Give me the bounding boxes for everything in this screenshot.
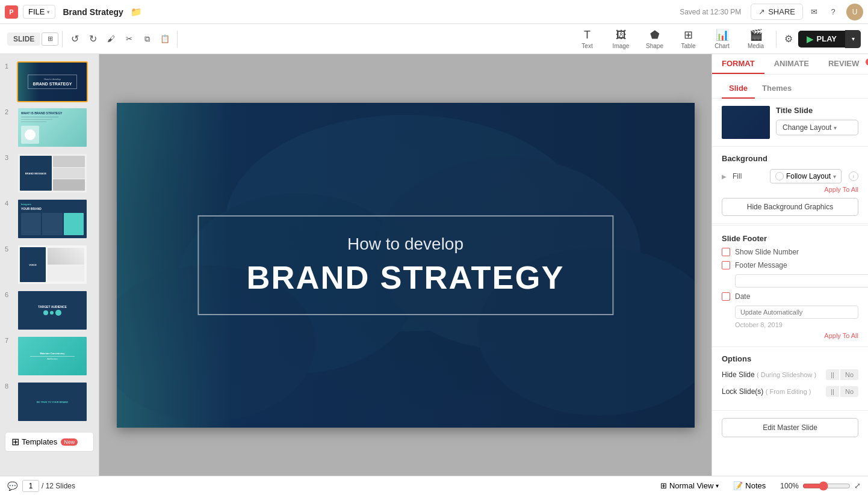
- date-label: Date: [735, 292, 750, 301]
- slide-item-6[interactable]: 6 TARGET AUDIENCE: [0, 287, 99, 333]
- user-avatar[interactable]: U: [846, 4, 863, 20]
- slide-text-box: How to develop BRAND STRATEGY: [197, 215, 613, 315]
- fill-expand-icon[interactable]: ▶: [722, 173, 727, 180]
- layout-thumbnail: [722, 106, 770, 139]
- slide-number-2: 2: [5, 107, 13, 115]
- layout-section: Title Slide Change Layout ▾: [712, 99, 868, 147]
- layout-preview-row: Title Slide Change Layout ▾: [722, 106, 858, 139]
- date-checkbox[interactable]: [722, 292, 730, 301]
- copy-button[interactable]: ⧉: [138, 31, 155, 48]
- image-icon: 🖼: [616, 29, 627, 42]
- slide-item-2[interactable]: 2 WHAT IS BRAND STRATEGY: [0, 105, 99, 150]
- redo-button[interactable]: ↻: [84, 31, 101, 48]
- change-layout-button[interactable]: Change Layout ▾: [776, 120, 858, 135]
- templates-button[interactable]: ⊞ Templates New: [5, 432, 94, 452]
- slide-item-5[interactable]: 5 VOICE: [0, 242, 99, 287]
- cut-button[interactable]: ✂: [120, 31, 137, 48]
- text-icon: T: [584, 29, 591, 42]
- share-icon: ↗: [758, 7, 765, 16]
- footer-message-input[interactable]: [735, 274, 868, 287]
- insert-chart-tool[interactable]: 📊 Chart: [706, 26, 739, 52]
- slide-subtitle: How to develop: [229, 235, 582, 254]
- file-label: FILE: [28, 7, 45, 16]
- format-paint-button[interactable]: 🖌: [102, 31, 119, 48]
- lock-slide-toggle-yes[interactable]: No: [840, 386, 858, 397]
- show-number-checkbox[interactable]: [722, 248, 730, 256]
- fill-select-dropdown[interactable]: Follow Layout ▾: [770, 169, 842, 183]
- review-badge: 2: [866, 58, 868, 66]
- tab-review[interactable]: REVIEW: [819, 54, 868, 74]
- hide-slide-toggle-no[interactable]: ||: [826, 369, 839, 380]
- settings-button[interactable]: ⚙: [780, 31, 797, 48]
- date-auto-input[interactable]: [735, 306, 858, 319]
- slide-number-8: 8: [5, 381, 13, 390]
- hide-slide-row: Hide Slide ( During Slideshow ) || No: [722, 369, 858, 380]
- slide-item-7[interactable]: 7 Maintain Consistency Add Emotion: [0, 333, 99, 379]
- insert-shape-tool[interactable]: ⬟ Shape: [639, 26, 671, 52]
- show-number-label: Show Slide Number: [735, 248, 799, 256]
- templates-label: Templates: [22, 437, 57, 446]
- insert-image-tool[interactable]: 🖼 Image: [605, 26, 637, 52]
- paste-button[interactable]: 📋: [157, 31, 173, 48]
- canvas-area: How to develop BRAND STRATEGY: [99, 54, 711, 476]
- app-logo: P: [5, 5, 18, 19]
- slide-number-5: 5: [5, 244, 13, 253]
- background-section: Background ▶ Fill Follow Layout ▾ i Appl…: [712, 147, 868, 224]
- fill-info-button[interactable]: i: [849, 171, 858, 181]
- lock-slide-toggle-no[interactable]: ||: [826, 386, 839, 397]
- templates-badge: New: [61, 438, 78, 446]
- hide-background-button[interactable]: Hide Background Graphics: [722, 198, 858, 216]
- slide-number-1: 1: [5, 61, 13, 70]
- insert-media-tool[interactable]: 🎬 Media: [740, 26, 772, 52]
- fill-chevron-icon: ▾: [833, 173, 836, 180]
- footer-message-label: Footer Message: [735, 261, 787, 269]
- tab-themes[interactable]: Themes: [755, 79, 799, 99]
- slide-item-1[interactable]: 1 How to develop BRAND STRATEGY: [0, 59, 99, 105]
- shape-icon: ⬟: [650, 28, 660, 42]
- background-apply-all[interactable]: Apply To All: [722, 186, 858, 193]
- slide-thumb-2: WHAT IS BRAND STRATEGY: [17, 107, 88, 148]
- edit-master-slide-button[interactable]: Edit Master Slide: [722, 418, 858, 437]
- tab-animate[interactable]: ANIMATE: [764, 54, 819, 74]
- right-panel: FORMAT ANIMATE REVIEW 2 Slide Themes Tit…: [711, 54, 868, 476]
- footer-apply-all[interactable]: Apply To All: [722, 332, 858, 339]
- fill-label: Fill: [733, 172, 765, 180]
- slide-number-4: 4: [5, 198, 13, 207]
- file-menu-button[interactable]: FILE ▾: [23, 5, 55, 19]
- lock-slide-row: Lock Slide(s) ( From Editing ) || No: [722, 386, 858, 397]
- hide-slide-label: Hide Slide ( During Slideshow ): [722, 370, 826, 379]
- hide-slide-toggle-yes[interactable]: No: [840, 369, 858, 380]
- slide-number-6: 6: [5, 290, 13, 298]
- grid-view-toggle[interactable]: ⊞: [42, 32, 58, 46]
- lock-slide-label: Lock Slide(s) ( From Editing ): [722, 387, 826, 396]
- notifications-button[interactable]: ✉: [805, 4, 822, 20]
- footer-title: Slide Footer: [722, 234, 858, 243]
- lock-slide-toggle: || No: [826, 386, 858, 397]
- undo-button[interactable]: ↺: [66, 31, 83, 48]
- change-layout-chevron: ▾: [834, 125, 837, 131]
- slide-item-3[interactable]: 3 BRAND MESSAGE: [0, 150, 99, 196]
- insert-table-tool[interactable]: ⊞ Table: [672, 26, 705, 52]
- slide-tab-button[interactable]: SLIDE: [7, 32, 40, 46]
- share-button[interactable]: ↗ SHARE: [751, 4, 803, 20]
- play-area: ▶ PLAY ▾: [798, 30, 861, 48]
- date-row: Date: [722, 292, 858, 301]
- slide-item-8[interactable]: 8 BE TRUE TO YOUR BRAND: [0, 379, 99, 425]
- slide-thumb-6: TARGET AUDIENCE: [17, 290, 88, 331]
- tab-review-wrapper: REVIEW 2: [819, 54, 868, 74]
- tab-format[interactable]: FORMAT: [712, 54, 764, 74]
- footer-message-checkbox[interactable]: [722, 261, 730, 269]
- tab-slide[interactable]: Slide: [722, 79, 755, 99]
- play-chevron-button[interactable]: ▾: [845, 30, 861, 48]
- templates-icon: ⊞: [11, 436, 19, 447]
- chart-icon: 📊: [716, 28, 729, 42]
- insert-text-tool[interactable]: T Text: [571, 26, 604, 52]
- slide-number-7: 7: [5, 336, 13, 344]
- slide-panel: 1 How to develop BRAND STRATEGY 2 WHAT I…: [0, 54, 99, 476]
- help-button[interactable]: ?: [825, 4, 842, 20]
- file-chevron-icon: ▾: [47, 9, 50, 15]
- slide-item-4[interactable]: 4 Integrate YOUR BRAND: [0, 196, 99, 242]
- toolbar: SLIDE ⊞ ↺ ↻ 🖌 ✂ ⧉ 📋 T Text 🖼 Image ⬟ Sha…: [0, 24, 868, 54]
- date-value: October 8, 2019: [735, 321, 858, 328]
- play-button[interactable]: ▶ PLAY: [798, 31, 845, 48]
